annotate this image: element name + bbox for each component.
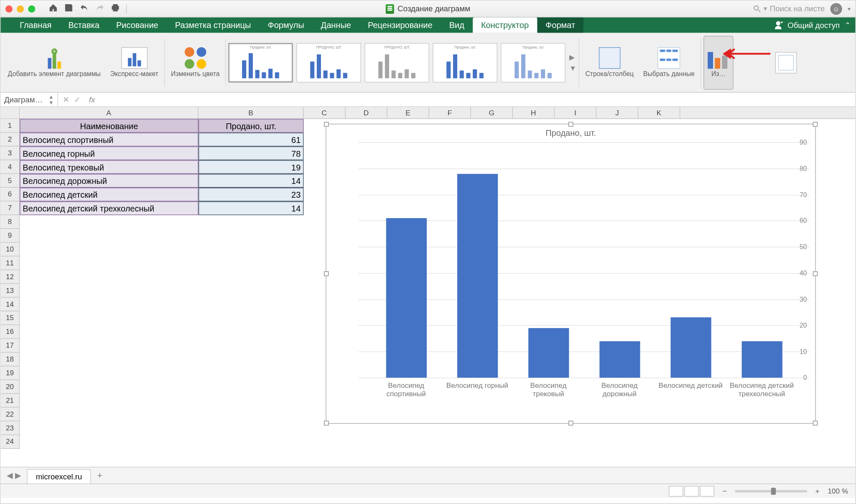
- add-chart-element-button[interactable]: + Добавить элемент диаграммы: [4, 36, 104, 89]
- titlebar: Создание диаграмм ▾ Поиск на листе ☺ ▾: [0, 0, 855, 17]
- row-headers[interactable]: 123456789101112131415161718192021222324: [0, 119, 20, 449]
- fx-icon[interactable]: fx: [89, 95, 95, 104]
- search-box[interactable]: ▾ Поиск на листе: [753, 4, 825, 13]
- chart-style-1[interactable]: Продано, шт.: [229, 43, 293, 82]
- window-controls[interactable]: [5, 5, 35, 12]
- tab-format[interactable]: Формат: [537, 17, 583, 33]
- status-bar: − + 100 %: [0, 484, 855, 498]
- home-icon[interactable]: [48, 3, 58, 14]
- tab-design[interactable]: Конструктор: [473, 17, 537, 33]
- add-sheet-button[interactable]: +: [91, 470, 109, 481]
- chart-x-labels: Велосипед спортивныйВелосипед горныйВело…: [359, 381, 809, 420]
- switch-row-column-button[interactable]: Строка/столбец: [582, 36, 637, 89]
- chart-object[interactable]: Продано, шт. 0102030405060708090 Велосип…: [326, 124, 816, 424]
- tab-draw[interactable]: Рисование: [108, 17, 167, 33]
- chart-style-2[interactable]: ПРОДАНО, ШТ.: [297, 43, 361, 82]
- quick-layout-button[interactable]: Экспресс-макет: [107, 36, 162, 89]
- tab-insert[interactable]: Вставка: [60, 17, 107, 33]
- sheet-tabs: ◀▶ microexcel.ru +: [0, 467, 855, 484]
- save-icon[interactable]: [64, 3, 74, 14]
- annotation-arrow: [718, 46, 772, 63]
- ribbon: + Добавить элемент диаграммы Экспресс-ма…: [0, 33, 855, 93]
- next-sheet-icon[interactable]: ▶: [15, 471, 21, 480]
- view-buttons[interactable]: [669, 486, 714, 496]
- zoom-level[interactable]: 100 %: [828, 487, 848, 495]
- chart-styles-gallery[interactable]: Продано, шт. ПРОДАНО, ШТ. ПРОДАНО, ШТ. П…: [229, 43, 576, 82]
- chart-plot-area[interactable]: 0102030405060708090: [342, 142, 809, 377]
- excel-doc-icon: [386, 4, 394, 13]
- sheet-tab[interactable]: microexcel.ru: [27, 469, 91, 483]
- tab-data[interactable]: Данные: [313, 17, 359, 33]
- move-chart-button[interactable]: [772, 36, 800, 89]
- undo-icon[interactable]: [79, 3, 89, 14]
- tab-layout[interactable]: Разметка страницы: [167, 17, 260, 33]
- feedback-icon[interactable]: ☺: [830, 2, 843, 15]
- cancel-icon[interactable]: ✕: [63, 95, 69, 104]
- zoom-slider[interactable]: [735, 490, 807, 492]
- column-headers[interactable]: ABCDEFGHIJK: [20, 107, 855, 119]
- zoom-in-icon[interactable]: +: [815, 487, 819, 495]
- change-colors-button[interactable]: Изменить цвета: [167, 36, 223, 89]
- chart-style-4[interactable]: Продано, шт.: [433, 43, 497, 82]
- svg-point-0: [754, 5, 758, 10]
- tab-formulas[interactable]: Формулы: [259, 17, 312, 33]
- tab-home[interactable]: Главная: [11, 17, 60, 33]
- confirm-icon[interactable]: ✓: [74, 95, 81, 104]
- chart-style-3[interactable]: ПРОДАНО, ШТ.: [365, 43, 429, 82]
- worksheet-grid[interactable]: ABCDEFGHIJK 1234567891011121314151617181…: [0, 107, 855, 467]
- tab-review[interactable]: Рецензирование: [359, 17, 441, 33]
- prev-sheet-icon[interactable]: ◀: [7, 471, 13, 480]
- select-data-button[interactable]: Выбрать данные: [639, 36, 698, 89]
- print-icon[interactable]: [111, 3, 120, 14]
- style-gallery-nav[interactable]: ▶▼: [569, 53, 576, 72]
- ribbon-tabs: Главная Вставка Рисование Разметка стран…: [0, 17, 855, 33]
- collapse-ribbon-icon[interactable]: ⌃: [845, 21, 851, 29]
- formula-bar: Диаграм…▲▼ ✕✓ fx: [0, 93, 855, 107]
- quick-access-toolbar: [48, 3, 127, 14]
- name-box[interactable]: Диаграм…▲▼: [0, 93, 58, 107]
- select-all-corner[interactable]: [0, 107, 20, 119]
- chart-style-5[interactable]: Продано, шт.: [501, 43, 566, 82]
- zoom-out-icon[interactable]: −: [723, 487, 727, 495]
- document-title: Создание диаграмм: [386, 4, 470, 13]
- share-button[interactable]: Общий доступ: [774, 20, 840, 29]
- tab-view[interactable]: Вид: [441, 17, 473, 33]
- redo-icon[interactable]: [95, 3, 104, 14]
